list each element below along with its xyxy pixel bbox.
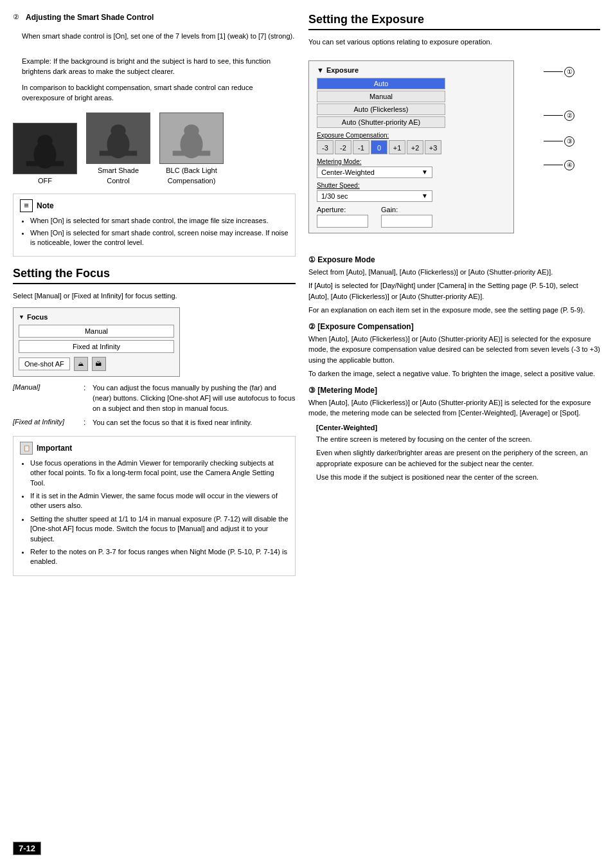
important-icon: 📋 [20,442,33,455]
shutter-dropdown-arrow-icon: ▼ [422,192,428,199]
center-weighted-subsection: [Center-Weighted] The entire screen is m… [308,424,600,483]
metering-value: Center-Weighted [321,168,375,176]
compensation-label: Exposure Compensation: [317,132,506,139]
exposure-mode-para1: Select from [Auto], [Manual], [Auto (Fli… [308,267,600,278]
image-off: OFF [13,123,77,185]
note-icon: ≡ [20,199,33,212]
callout-2: ② [564,111,574,121]
focus-option-fixed[interactable]: Fixed at Infinity [19,340,174,353]
svg-point-6 [111,124,125,137]
shutter-dropdown[interactable]: 1/30 sec ▼ [317,190,432,202]
focus-title: Setting the Focus [13,267,296,284]
compensation-buttons: -3 -2 -1 0 +1 +2 +3 [317,140,506,154]
image-smart-shade-label1: Smart Shade [86,167,150,174]
focus-section: Setting the Focus Select [Manual] or [Fi… [13,267,296,576]
metering-mode-section: ③ [Metering Mode] When [Auto], [Auto (Fl… [308,386,600,483]
def-fixed: [Fixed at Infinity] : You can set the fo… [13,418,296,428]
right-column: Setting the Exposure You can set various… [308,13,600,855]
exposure-comp-para2: To darken the image, select a negative v… [308,368,600,379]
exposure-panel-title-text: Exposure [326,66,359,74]
comp-btn-plus1[interactable]: +1 [389,140,405,154]
image-smart-shade-label2: Control [86,177,150,185]
focus-panel-title-text: Focus [27,313,48,321]
metering-mode-num: ③ [Metering Mode] [308,386,600,395]
comp-btn-minus1[interactable]: -1 [353,140,369,154]
comp-btn-plus2[interactable]: +2 [407,140,423,154]
center-weighted-para3: Use this mode if the subject is position… [316,472,600,483]
important-item-3: Setting the shutter speed at 1/1 to 1/4 … [30,514,289,544]
svg-rect-11 [173,150,211,156]
metering-dropdown-arrow-icon: ▼ [422,168,428,176]
aperture-input[interactable] [317,215,368,228]
exposure-comp-para1: When [Auto], [Auto (Flickerless)] or [Au… [308,334,600,366]
exposure-mode-num: ① Exposure Mode [308,255,600,264]
gain-input[interactable] [381,215,432,228]
exposure-title: Setting the Exposure [308,13,600,30]
exposure-options: Auto Manual Auto (Flickerless) Auto (Shu… [317,78,506,128]
smart-shade-section: ② Adjusting the Smart Shade Control When… [13,13,296,104]
def-manual: [Manual] : You can adjust the focus manu… [13,383,296,414]
item-number: ② [13,13,22,26]
left-column: ② Adjusting the Smart Shade Control When… [13,13,296,855]
center-weighted-para2: Even when slightly darker/brighter areas… [316,448,600,469]
focus-intro: Select [Manual] or [Fixed at Infinity] f… [13,291,296,302]
exposure-option-manual[interactable]: Manual [317,91,445,102]
shutter-value: 1/30 sec [321,192,348,200]
exposure-intro: You can set various options relating to … [308,37,600,48]
shutter-label: Shutter Speed: [317,182,506,189]
focus-option-manual[interactable]: Manual [19,325,174,338]
callout-1: ① [564,67,574,77]
exposure-mode-para2: If [Auto] is selected for [Day/Night] un… [308,280,600,302]
exposure-mode-para3: For an explanation on each item set in t… [308,305,600,316]
note-list: When [On] is selected for smart shade co… [20,216,289,248]
smart-shade-text1: When smart shade control is [On], set on… [13,31,296,42]
page-number: 7-12 [13,842,41,855]
exposure-comp-section: ② [Exposure Compensation] When [Auto], [… [308,322,600,379]
center-weighted-para1: The entire screen is metered by focusing… [316,434,600,445]
oneshot-af-button[interactable]: One-shot AF [19,357,70,370]
focus-definitions: [Manual] : You can adjust the focus manu… [13,383,296,428]
svg-rect-7 [100,150,138,156]
center-weighted-title: [Center-Weighted] [316,424,600,431]
note-item-1: When [On] is selected for smart shade co… [30,216,289,226]
metering-mode-para1: When [Auto], [Auto (Flickerless)] or [Au… [308,397,600,419]
image-blc-label1: BLC (Back Light [159,167,224,174]
comp-btn-minus3[interactable]: -3 [317,140,333,154]
exposure-triangle-icon: ▼ [317,66,324,74]
aperture-gain-row: Aperture: Gain: [317,206,506,228]
comp-btn-minus2[interactable]: -2 [335,140,351,154]
exposure-option-shutter-priority[interactable]: Auto (Shutter-priority AE) [317,116,445,128]
important-box: 📋 Important Use focus operations in the … [13,436,296,576]
panel-triangle-icon: ▼ [19,314,24,320]
metering-label: Metering Mode: [317,158,506,165]
def-manual-desc: You can adjust the focus manually by pus… [93,383,296,414]
note-item-2: When [On] is selected for smart shade co… [30,228,289,248]
note-box: ≡ Note When [On] is selected for smart s… [13,194,296,257]
aperture-label: Aperture: [317,206,368,213]
svg-point-10 [184,124,199,137]
image-smart-shade: Smart Shade Control [86,113,150,185]
note-title-text: Note [37,201,54,210]
exposure-mode-section: ① Exposure Mode Select from [Auto], [Man… [308,255,600,316]
far-icon-button[interactable]: ⛰ [74,357,88,371]
svg-point-2 [37,134,52,147]
important-item-1: Use focus operations in the Admin Viewer… [30,458,289,488]
def-fixed-term: [Fixed at Infinity] [13,418,84,428]
image-blc-label2: Compensation) [159,177,224,185]
smart-shade-text3: In comparison to backlight compensation,… [13,82,296,104]
exposure-comp-num: ② [Exposure Compensation] [308,322,600,331]
exposure-option-flickerless[interactable]: Auto (Flickerless) [317,104,445,115]
near-icon-button[interactable]: 🏔 [92,357,106,371]
image-off-label: OFF [13,177,77,185]
important-item-2: If it is set in the Admin Viewer, the sa… [30,491,289,511]
comparison-images: OFF Smart Shade Control [13,113,296,185]
comp-btn-plus3[interactable]: +3 [425,140,441,154]
focus-panel: ▼ Focus Manual Fixed at Infinity One-sho… [13,307,180,377]
comp-btn-zero[interactable]: 0 [371,140,387,154]
metering-dropdown[interactable]: Center-Weighted ▼ [317,167,432,178]
exposure-option-auto[interactable]: Auto [317,78,445,89]
image-blc: BLC (Back Light Compensation) [159,113,224,185]
callout-3: ③ [564,136,574,147]
callout-4: ④ [564,160,574,170]
important-list: Use focus operations in the Admin Viewer… [20,458,289,567]
